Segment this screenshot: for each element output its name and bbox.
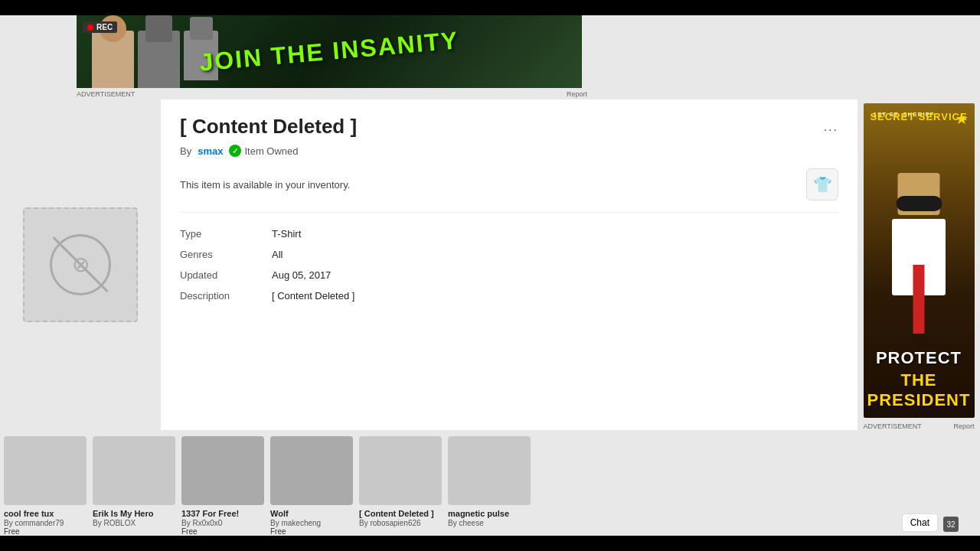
rec-item-creator: By commander79 <box>4 519 87 527</box>
side-ad-labels: ADVERTISEMENT Report <box>864 422 975 430</box>
item-thumbnail: ⊘ <box>23 207 138 322</box>
type-value: T-Shirt <box>272 228 838 240</box>
detail-panel: [ Content Deleted ] ... By smax ✓ Item O… <box>161 99 858 430</box>
rec-item-name: magnetic pulse <box>448 509 531 519</box>
rec-item-creator: By cheese <box>448 519 531 527</box>
scroll-count: 32 <box>946 520 955 529</box>
main-wrapper: REC JOIN THE INSANITY ADVERTISEMENT Repo… <box>0 15 980 536</box>
chat-label: Chat <box>910 517 929 528</box>
wear-button[interactable]: 👕 <box>806 168 838 201</box>
rec-item-name: [ Content Deleted ] <box>359 509 442 519</box>
rec-item-name: 1337 For Free! <box>181 509 264 519</box>
list-item[interactable]: Erik Is My Hero By ROBLOX <box>93 436 175 536</box>
description-value: [ Content Deleted ] <box>272 290 838 302</box>
rec-item-name: cool free tux <box>4 509 87 519</box>
side-ad-title: SECRET SERVICE <box>864 111 975 122</box>
owned-text: Item Owned <box>244 145 298 157</box>
rec-item-price: Free <box>4 527 87 536</box>
rec-label: REC <box>96 23 113 31</box>
updated-value: Aug 05, 2017 <box>272 269 838 281</box>
description-label: Description <box>180 290 272 302</box>
side-ad[interactable]: 1ST ST. SHERIFF ★ SECRET SERVICE <box>864 103 975 418</box>
rec-item-thumbnail <box>270 436 353 505</box>
report-link-top[interactable]: Report <box>567 86 587 99</box>
list-item[interactable]: Wolf By makecheng Free <box>270 436 353 536</box>
left-panel: ⊘ <box>0 99 161 430</box>
side-ad-body <box>892 219 946 295</box>
rec-item-creator: By robosapien626 <box>359 519 442 527</box>
rec-badge: REC <box>83 21 117 33</box>
genres-label: Genres <box>180 249 272 260</box>
rec-item-creator: By ROBLOX <box>93 519 175 527</box>
chat-button[interactable]: Chat <box>902 514 938 532</box>
scroll-indicator[interactable]: 32 <box>943 517 959 532</box>
side-ad-label: ADVERTISEMENT <box>864 422 922 430</box>
availability-row: This item is available in your inventory… <box>180 168 838 213</box>
side-report-link[interactable]: Report <box>953 422 974 430</box>
side-ad-subtitle2: THE PRESIDENT <box>864 370 975 410</box>
wear-icon: 👕 <box>813 175 832 194</box>
side-ad-glasses-icon <box>896 196 942 211</box>
no-image-symbol: ⊘ <box>72 252 90 277</box>
recommended-section: cool free tux By commander79 Free Erik I… <box>0 430 980 536</box>
owned-badge: ✓ Item Owned <box>229 145 298 157</box>
check-circle-icon: ✓ <box>229 145 241 157</box>
rec-dot <box>87 24 93 31</box>
creator-row: By smax ✓ Item Owned <box>180 145 838 157</box>
more-options-button[interactable]: ... <box>824 120 838 134</box>
updated-label: Updated <box>180 269 272 281</box>
rec-item-thumbnail <box>4 436 87 505</box>
by-text: By <box>180 145 191 157</box>
recommended-items-list: cool free tux By commander79 Free Erik I… <box>4 436 976 536</box>
rec-item-creator: By makecheng <box>270 519 353 527</box>
rec-item-name: Wolf <box>270 509 353 519</box>
creator-link[interactable]: smax <box>198 145 223 157</box>
item-title: [ Content Deleted ] <box>180 115 357 139</box>
black-bar-bottom <box>0 536 980 551</box>
side-ad-figure <box>880 173 957 341</box>
type-label: Type <box>180 228 272 240</box>
rec-item-thumbnail <box>181 436 264 505</box>
side-ad-head <box>898 173 940 215</box>
availability-text: This item is available in your inventory… <box>180 179 350 191</box>
rec-item-name: Erik Is My Hero <box>93 509 175 519</box>
rec-item-thumbnail <box>93 436 175 505</box>
list-item[interactable]: [ Content Deleted ] By robosapien626 <box>359 436 442 536</box>
list-item[interactable]: 1337 For Free! By Rx0x0x0 Free <box>181 436 264 536</box>
list-item[interactable]: cool free tux By commander79 Free <box>4 436 87 536</box>
right-ad-panel: 1ST ST. SHERIFF ★ SECRET SERVICE <box>858 99 980 430</box>
rec-item-price: Free <box>181 527 264 536</box>
banner-ad-inner: REC JOIN THE INSANITY <box>77 15 582 88</box>
banner-ad[interactable]: REC JOIN THE INSANITY <box>77 15 582 88</box>
banner-join-text: JOIN THE INSANITY <box>198 26 460 77</box>
details-table: Type T-Shirt Genres All Updated Aug 05, … <box>180 228 838 302</box>
rec-item-price: Free <box>270 527 353 536</box>
black-bar-top <box>0 0 980 15</box>
content-area: ⊘ [ Content Deleted ] ... By smax ✓ Item… <box>0 99 980 430</box>
rec-item-thumbnail <box>448 436 531 505</box>
genres-value: All <box>272 249 838 260</box>
rec-item-creator: By Rx0x0x0 <box>181 519 264 527</box>
item-title-row: [ Content Deleted ] ... <box>180 115 838 139</box>
side-ad-subtitle1: PROTECT <box>864 348 975 368</box>
side-ad-tie <box>913 265 925 334</box>
rec-item-thumbnail <box>359 436 442 505</box>
ad-label-top: ADVERTISEMENT <box>77 86 135 99</box>
no-image-icon: ⊘ <box>50 234 111 295</box>
list-item[interactable]: magnetic pulse By cheese <box>448 436 531 536</box>
